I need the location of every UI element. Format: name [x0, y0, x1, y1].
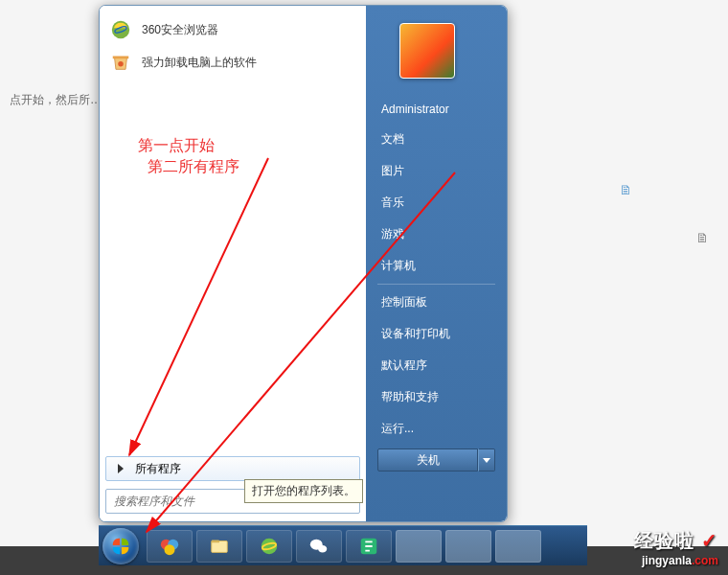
- chevron-down-icon: [483, 458, 490, 463]
- shutdown-options-arrow[interactable]: [478, 448, 495, 472]
- right-item-control-panel[interactable]: 控制面板: [366, 288, 507, 316]
- right-item-devices[interactable]: 设备和打印机: [366, 320, 507, 348]
- trash-icon: [109, 51, 132, 74]
- right-item-computer[interactable]: 计算机: [366, 252, 507, 280]
- file-icon-dim: 🗎: [695, 230, 709, 245]
- watermark-domain-prefix: jingyanla: [642, 554, 692, 567]
- tooltip: 打开您的程序列表。: [244, 479, 363, 503]
- annotation-line2: 第二所有程序: [148, 156, 239, 177]
- svg-point-2: [118, 61, 124, 67]
- pinned-item-360browser[interactable]: 360安全浏览器: [100, 13, 366, 46]
- all-programs-button[interactable]: 所有程序: [105, 456, 360, 481]
- svg-rect-9: [212, 540, 219, 542]
- start-button[interactable]: [102, 528, 139, 564]
- pinned-label: 强力卸载电脑上的软件: [142, 55, 257, 71]
- svg-point-7: [165, 544, 175, 555]
- svg-point-13: [318, 544, 327, 552]
- right-item-documents[interactable]: 文档: [366, 126, 507, 153]
- start-menu-right-panel: Administrator 文档 图片 音乐 游戏 计算机 控制面板 设备和打印…: [366, 6, 507, 521]
- user-avatar[interactable]: [399, 23, 455, 79]
- taskbar-item-generic[interactable]: [495, 530, 541, 563]
- shutdown-button[interactable]: 关机: [377, 448, 478, 472]
- annotation-text: 第一点开始 第二所有程序: [138, 135, 239, 178]
- start-menu: 360安全浏览器 强力卸载电脑上的软件 第一点开始 第二所有程序 所有程序 Ad…: [99, 5, 508, 522]
- taskbar-item-generic[interactable]: [396, 530, 442, 563]
- watermark: 经验啦 ✓ jingyanla.com: [634, 528, 718, 567]
- watermark-domain-suffix: .com: [692, 554, 718, 567]
- pinned-item-uninstall[interactable]: 强力卸载电脑上的软件: [100, 46, 366, 79]
- right-item-pictures[interactable]: 图片: [366, 157, 507, 185]
- file-icon: 🗎: [619, 182, 632, 197]
- user-name[interactable]: Administrator: [366, 97, 507, 122]
- taskbar-item-generic[interactable]: [445, 530, 491, 563]
- taskbar-item-wechat[interactable]: [296, 530, 342, 563]
- annotation-line1: 第一点开始: [138, 135, 239, 156]
- taskbar-item-ie[interactable]: [246, 530, 292, 563]
- check-icon: ✓: [701, 530, 718, 551]
- separator: [377, 284, 495, 285]
- taskbar-item-wps[interactable]: [346, 530, 392, 563]
- ie-360-icon: [109, 18, 132, 41]
- start-menu-left-panel: 360安全浏览器 强力卸载电脑上的软件 第一点开始 第二所有程序 所有程序: [100, 6, 366, 521]
- triangle-right-icon: [118, 464, 124, 473]
- pinned-programs-list: 360安全浏览器 强力卸载电脑上的软件: [100, 6, 366, 79]
- taskbar-item-explorer[interactable]: [196, 530, 242, 563]
- background-instruction: 点开始，然后所…: [10, 92, 102, 108]
- shutdown-group: 关机: [377, 448, 495, 472]
- right-item-run[interactable]: 运行...: [366, 415, 507, 443]
- taskbar: [99, 525, 587, 565]
- pinned-label: 360安全浏览器: [142, 22, 218, 38]
- right-item-help[interactable]: 帮助和支持: [366, 383, 507, 411]
- all-programs-label: 所有程序: [135, 461, 181, 477]
- watermark-brand: 经验啦: [634, 530, 694, 551]
- right-item-default-programs[interactable]: 默认程序: [366, 352, 507, 380]
- right-item-music[interactable]: 音乐: [366, 189, 507, 217]
- taskbar-item-browser[interactable]: [147, 530, 193, 563]
- right-item-games[interactable]: 游戏: [366, 220, 507, 248]
